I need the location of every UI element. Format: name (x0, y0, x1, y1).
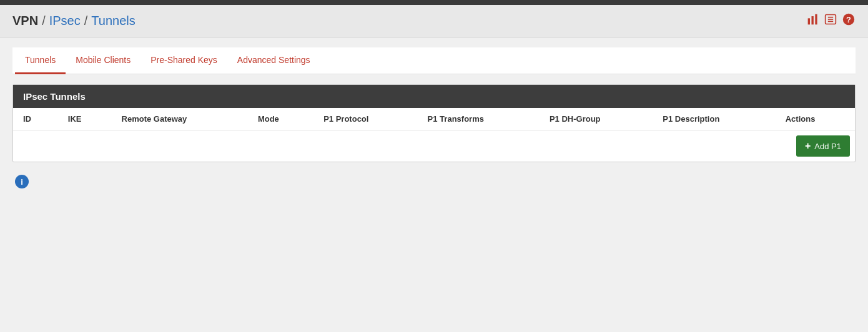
col-remote-gateway: Remote Gateway (112, 108, 248, 130)
main-content: Tunnels Mobile Clients Pre-Shared Keys A… (0, 37, 868, 332)
tab-mobile-clients[interactable]: Mobile Clients (66, 47, 141, 74)
tab-bar: Tunnels Mobile Clients Pre-Shared Keys A… (12, 47, 856, 74)
breadcrumb-tunnels[interactable]: Tunnels (91, 14, 135, 28)
add-plus-icon: + (805, 140, 811, 152)
add-p1-label: Add P1 (814, 142, 841, 151)
tab-pre-shared-keys[interactable]: Pre-Shared Keys (141, 47, 227, 74)
table-footer: + Add P1 (13, 130, 855, 162)
col-ike: IKE (58, 108, 112, 130)
info-icon: i (15, 175, 29, 188)
col-mode: Mode (248, 108, 313, 130)
header-icons: ? (807, 12, 856, 29)
add-p1-button[interactable]: + Add P1 (796, 135, 850, 157)
breadcrumb-vpn: VPN (12, 14, 38, 28)
breadcrumb-sep-1: / (42, 14, 46, 28)
svg-text:?: ? (846, 15, 851, 24)
col-actions: Actions (776, 108, 855, 130)
svg-rect-0 (808, 18, 810, 24)
tab-tunnels[interactable]: Tunnels (15, 47, 66, 74)
ipsec-tunnels-table-container: IPsec Tunnels ID IKE Remote Gateway Mode… (12, 84, 856, 162)
table-header-row: ID IKE Remote Gateway Mode P1 Protocol P… (13, 108, 855, 130)
breadcrumb: VPN / IPsec / Tunnels (12, 14, 136, 28)
help-icon[interactable]: ? (842, 12, 856, 29)
info-section: i (12, 170, 856, 193)
col-p1-description: P1 Description (653, 108, 775, 130)
breadcrumb-ipsec[interactable]: IPsec (49, 14, 81, 28)
page-header: VPN / IPsec / Tunnels ? (0, 5, 868, 37)
chart-icon[interactable] (807, 13, 819, 29)
col-p1-transforms: P1 Transforms (418, 108, 540, 130)
svg-rect-1 (812, 16, 814, 24)
tab-advanced-settings[interactable]: Advanced Settings (227, 47, 320, 74)
tunnels-table: ID IKE Remote Gateway Mode P1 Protocol P… (13, 108, 855, 130)
breadcrumb-sep-2: / (84, 14, 88, 28)
col-id: ID (13, 108, 58, 130)
list-icon[interactable] (824, 13, 837, 29)
col-p1-protocol: P1 Protocol (313, 108, 417, 130)
table-title: IPsec Tunnels (13, 85, 855, 108)
svg-rect-2 (815, 14, 817, 25)
col-p1-dh-group: P1 DH-Group (540, 108, 653, 130)
top-bar (0, 0, 868, 5)
